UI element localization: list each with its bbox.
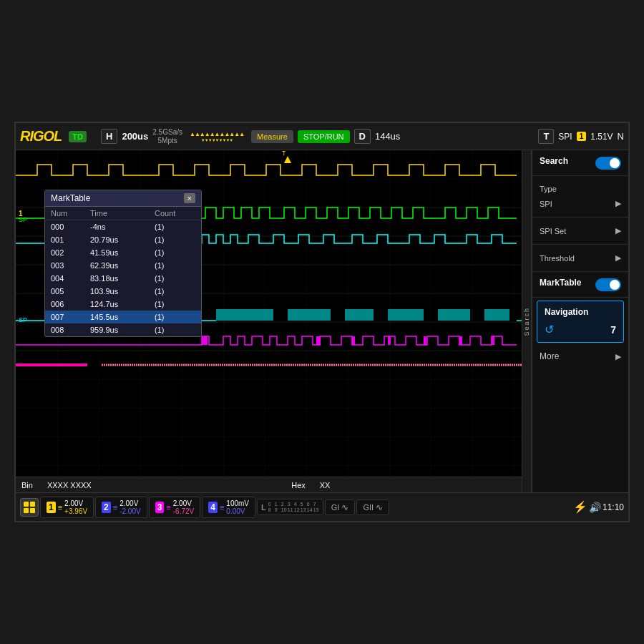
ch2-volt: 2.00V bbox=[119, 499, 140, 507]
svg-rect-19 bbox=[424, 336, 426, 345]
grid-icon bbox=[24, 502, 29, 507]
d-value: 144us bbox=[375, 131, 400, 142]
search-section: Search bbox=[532, 150, 628, 176]
table-row[interactable]: 000-4ns(1) bbox=[45, 220, 201, 233]
table-row[interactable]: 006124.7us(1) bbox=[45, 298, 201, 311]
ch4-values: 100mV 0.00V bbox=[226, 499, 249, 515]
search-toggle-row: Search bbox=[540, 156, 621, 170]
nav-number: 7 bbox=[610, 324, 616, 336]
search-vertical-tab[interactable]: Search bbox=[522, 150, 532, 492]
spi-set-section: SPI Set ▶ bbox=[532, 218, 628, 245]
table-row[interactable]: 008959.9us(1) bbox=[45, 323, 201, 336]
table-row[interactable]: 00362.39us(1) bbox=[45, 259, 201, 272]
ch1-values: 2.00V +3.96V bbox=[64, 499, 87, 515]
table-row-selected[interactable]: 007145.5us(1) bbox=[45, 311, 201, 323]
gii-status[interactable]: GII ∿ bbox=[356, 499, 389, 515]
spi-set-label: SPI Set bbox=[540, 227, 566, 235]
type-section: Type SPI ▶ bbox=[532, 176, 628, 218]
ch2-number: 2 bbox=[102, 502, 111, 513]
search-vertical-label: Search bbox=[523, 307, 530, 336]
waveform-area: T 1 SP SP MarkTable × Num Time Count bbox=[16, 150, 522, 492]
gi-status[interactable]: GI ∿ bbox=[325, 499, 356, 515]
mark-table: MarkTable × Num Time Count 000-4ns(1) 00… bbox=[44, 190, 202, 337]
svg-rect-11 bbox=[438, 309, 470, 321]
svg-rect-8 bbox=[288, 309, 331, 321]
nav-icon[interactable]: ↺ bbox=[545, 323, 554, 336]
type-row[interactable]: Type bbox=[540, 182, 621, 196]
ch3-status[interactable]: 3 ≡ 2.00V -6.72V bbox=[149, 497, 201, 518]
stop-run-button[interactable]: STOP/RUN bbox=[298, 130, 350, 143]
ch1-volt: 2.00V bbox=[64, 499, 87, 507]
svg-rect-20 bbox=[459, 336, 462, 345]
mark-table-header: MarkTable × bbox=[45, 190, 201, 207]
svg-rect-15 bbox=[202, 336, 208, 345]
mark-table-close-button[interactable]: × bbox=[184, 193, 195, 203]
svg-rect-17 bbox=[352, 336, 355, 345]
svg-text:SP: SP bbox=[19, 216, 27, 223]
volt-badge: 1 bbox=[577, 132, 587, 141]
more-label: More bbox=[540, 351, 559, 361]
mark-table-toggle[interactable] bbox=[595, 278, 621, 291]
logic-label: L bbox=[261, 503, 266, 512]
grid-view-button[interactable] bbox=[20, 498, 39, 517]
table-row[interactable]: 00120.79us(1) bbox=[45, 233, 201, 246]
spi-row[interactable]: SPI ▶ bbox=[540, 196, 621, 211]
svg-rect-10 bbox=[388, 309, 424, 321]
gii-label: GII bbox=[363, 503, 374, 512]
right-panel: Search Type SPI ▶ SPI Set ▶ bbox=[532, 150, 628, 492]
svg-rect-18 bbox=[388, 336, 391, 345]
spi-set-row[interactable]: SPI Set ▶ bbox=[540, 223, 621, 238]
svg-rect-7 bbox=[216, 309, 273, 321]
col-count: Count bbox=[155, 209, 201, 218]
svg-rect-16 bbox=[316, 336, 321, 345]
bin-value: XXXX XXXX bbox=[47, 481, 92, 489]
nav-title: Navigation bbox=[545, 307, 588, 317]
status-bar: 1 ≡ 2.00V +3.96V 2 ≡ 2.00V -2.00V 3 ≡ 2.… bbox=[16, 492, 628, 521]
ch2-status[interactable]: 2 ≡ 2.00V -2.00V bbox=[95, 497, 147, 518]
ch4-status[interactable]: 4 ≡ 100mV 0.00V bbox=[202, 497, 255, 518]
volt-value: 1.51V bbox=[590, 132, 613, 142]
svg-text:T: T bbox=[282, 150, 286, 157]
ch3-icon: ≡ bbox=[166, 503, 170, 512]
ch2-icon: ≡ bbox=[113, 503, 117, 512]
col-time: Time bbox=[90, 209, 155, 218]
ch2-offset: -2.00V bbox=[119, 507, 140, 515]
search-toggle[interactable] bbox=[595, 157, 621, 170]
time-display: 11:10 bbox=[602, 502, 624, 512]
type-label: Type bbox=[540, 185, 557, 193]
ch1-status[interactable]: 1 ≡ 2.00V +3.96V bbox=[40, 497, 94, 518]
bin-hex-bar: Bin XXXX XXXX Hex XX bbox=[16, 477, 522, 492]
svg-rect-21 bbox=[492, 336, 494, 345]
more-chevron-icon: ▶ bbox=[615, 352, 621, 361]
rigol-logo: RIGOL bbox=[20, 128, 62, 145]
table-row[interactable]: 005103.9us(1) bbox=[45, 285, 201, 298]
hex-value: XX bbox=[320, 481, 331, 489]
threshold-row[interactable]: Threshold ▶ bbox=[540, 250, 621, 265]
more-row[interactable]: More ▶ bbox=[532, 346, 628, 367]
table-row[interactable]: 00241.59us(1) bbox=[45, 246, 201, 259]
threshold-chevron-icon: ▶ bbox=[615, 253, 621, 263]
bin-label: Bin bbox=[21, 481, 33, 489]
grid-icon bbox=[30, 508, 35, 513]
ch3-offset: -6.72V bbox=[173, 507, 194, 515]
ch3-number: 3 bbox=[155, 502, 165, 513]
gii-waveform-icon: ∿ bbox=[376, 502, 383, 512]
n-label: N bbox=[618, 131, 624, 142]
hex-label: Hex bbox=[291, 481, 306, 489]
grid-icon bbox=[24, 508, 29, 513]
sample-rate: 2.5GSa/s bbox=[152, 128, 182, 137]
ch4-icon: ≡ bbox=[220, 503, 224, 512]
logic-grid: 01234567 89101112131415 bbox=[268, 502, 319, 512]
measure-button[interactable]: Measure bbox=[251, 130, 293, 143]
logic-status[interactable]: L 01234567 89101112131415 bbox=[257, 499, 323, 515]
volume-icon: 🔊 bbox=[589, 502, 601, 513]
navigation-section: Navigation ↺ 7 bbox=[537, 301, 624, 343]
gi-waveform-icon: ∿ bbox=[341, 502, 348, 512]
spi-set-chevron-icon: ▶ bbox=[615, 226, 621, 235]
ch3-volt: 2.00V bbox=[173, 499, 194, 507]
ch2-values: 2.00V -2.00V bbox=[119, 499, 140, 515]
d-label: D bbox=[354, 129, 371, 144]
table-row[interactable]: 00483.18us(1) bbox=[45, 272, 201, 285]
mark-table-columns: Num Time Count bbox=[45, 207, 201, 220]
t-label: T bbox=[538, 129, 554, 144]
